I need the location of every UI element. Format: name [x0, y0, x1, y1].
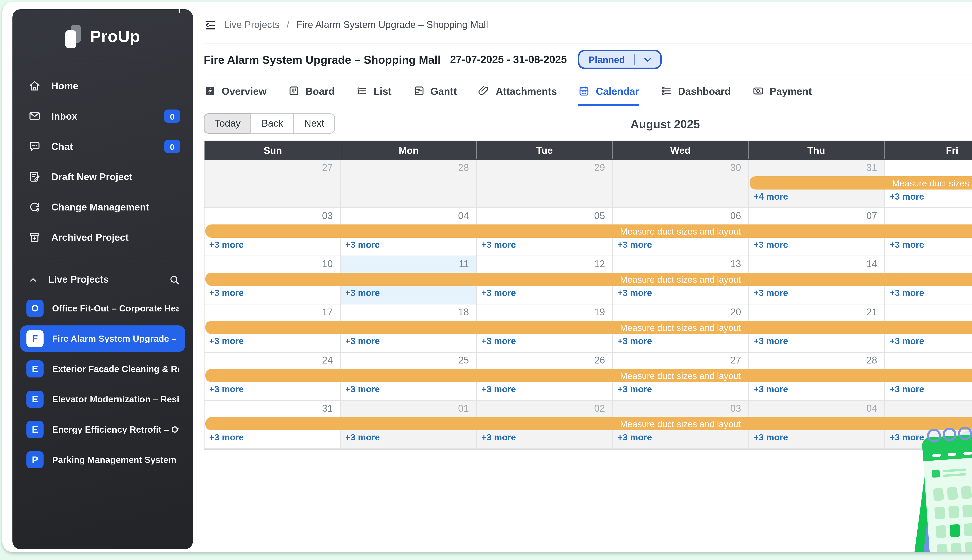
day-number: 21: [866, 307, 877, 318]
more-events-link[interactable]: +3 more: [209, 240, 244, 249]
breadcrumb-project[interactable]: Fire Alarm System Upgrade – Shopping Mal…: [296, 19, 488, 30]
tab-label: Payment: [770, 85, 812, 97]
more-events-link[interactable]: +3 more: [481, 240, 516, 249]
breadcrumb-live-projects[interactable]: Live Projects: [224, 19, 279, 30]
sidebar-item-home[interactable]: Home: [12, 71, 193, 101]
tab-label: Dashboard: [678, 85, 731, 97]
more-events-link[interactable]: +3 more: [890, 385, 924, 394]
sidebar-project-item[interactable]: EExterior Facade Cleaning & Repa...: [20, 356, 185, 382]
tab-list[interactable]: List: [356, 76, 392, 107]
sidebar-item-chat[interactable]: Chat0: [12, 131, 193, 162]
day-number: 30: [730, 162, 741, 173]
day-number: 05: [594, 210, 605, 222]
day-number: 13: [730, 258, 741, 270]
day-number: 18: [458, 307, 469, 318]
back-button[interactable]: Back: [251, 113, 294, 133]
tab-bar: Overview Board List Gantt Attachments Ca…: [204, 75, 972, 107]
weekday-header: Wed: [613, 142, 749, 159]
app-logo: ProUp: [12, 9, 193, 61]
today-button[interactable]: Today: [204, 113, 251, 133]
more-events-link[interactable]: +3 more: [617, 433, 652, 442]
calendar-grid: SunMonTueWedThuFriSat 2728293031+4 more0…: [204, 141, 972, 450]
more-events-link[interactable]: +3 more: [617, 240, 652, 249]
more-events-link[interactable]: +3 more: [345, 385, 380, 394]
calendar-week-row: 10+3 more11+3 more12+3 more13+3 more14+3…: [204, 256, 972, 305]
calendar-cell[interactable]: 28: [341, 160, 477, 208]
more-events-link[interactable]: +3 more: [345, 240, 380, 249]
more-events-link[interactable]: +3 more: [209, 385, 244, 394]
more-events-link[interactable]: +3 more: [753, 240, 788, 249]
more-events-link[interactable]: +3 more: [890, 433, 924, 442]
tab-board[interactable]: Board: [288, 76, 335, 107]
tab-dashboard[interactable]: Dashboard: [660, 76, 731, 107]
more-events-link[interactable]: +3 more: [481, 385, 516, 394]
more-events-link[interactable]: +3 more: [890, 192, 924, 201]
day-number: 07: [866, 210, 877, 222]
more-events-link[interactable]: +3 more: [481, 288, 516, 297]
more-events-link[interactable]: +3 more: [890, 336, 924, 346]
dashboard-icon: [660, 85, 673, 97]
chevron-down-icon: [643, 55, 652, 64]
event-bar[interactable]: Measure duct sizes and layout: [749, 176, 972, 190]
more-events-link[interactable]: +3 more: [890, 240, 924, 249]
calendar-cell[interactable]: 27: [204, 160, 341, 208]
more-events-link[interactable]: +3 more: [209, 288, 244, 297]
tab-payment[interactable]: Payment: [752, 76, 812, 107]
more-events-link[interactable]: +4 more: [753, 192, 788, 201]
count-badge: 0: [164, 110, 181, 123]
sidebar-item-change-management[interactable]: Change Management: [12, 192, 193, 222]
event-bar[interactable]: Measure duct sizes and layout: [205, 273, 972, 286]
sidebar-project-item[interactable]: EElevator Modernization – Reside...: [20, 386, 185, 412]
logo-icon: [65, 25, 82, 48]
weekday-header: Fri: [885, 142, 972, 159]
sidebar-item-archived-project[interactable]: Archived Project: [12, 222, 193, 252]
more-events-link[interactable]: +3 more: [345, 433, 380, 442]
more-events-link[interactable]: +3 more: [481, 336, 516, 346]
tab-overview[interactable]: Overview: [204, 76, 266, 107]
sidebar-project-item[interactable]: EEnergy Efficiency Retrofit – Offic...: [20, 416, 185, 443]
event-bar[interactable]: Measure duct sizes and layout: [205, 369, 972, 382]
more-events-link[interactable]: +3 more: [753, 288, 788, 297]
sidebar-item-draft-new-project[interactable]: Draft New Project: [12, 162, 193, 192]
event-bar[interactable]: Measure duct sizes and layout: [205, 417, 972, 430]
day-number: 28: [458, 162, 469, 173]
archive-icon: [28, 231, 41, 244]
more-events-link[interactable]: +3 more: [209, 336, 244, 346]
sidebar-project-item-selected[interactable]: FFire Alarm System Upgrade – Sh...: [20, 325, 185, 352]
project-label: Parking Management System In...: [52, 455, 179, 465]
tab-gantt[interactable]: Gantt: [413, 76, 457, 107]
day-number: 03: [730, 403, 741, 414]
sidebar-item-inbox[interactable]: Inbox0: [12, 101, 193, 131]
more-events-link[interactable]: +3 more: [209, 433, 244, 442]
tab-calendar[interactable]: Calendar: [578, 76, 639, 107]
page-title: Fire Alarm System Upgrade – Shopping Mal…: [204, 53, 441, 66]
more-events-link[interactable]: +3 more: [617, 288, 652, 297]
project-initial-tile: F: [27, 330, 43, 347]
more-events-link[interactable]: +3 more: [890, 288, 924, 297]
search-icon[interactable]: [169, 274, 181, 285]
project-initial-tile: E: [27, 421, 43, 438]
sidebar-project-item[interactable]: PParking Management System In...: [20, 447, 185, 473]
home-icon: [28, 79, 41, 92]
day-number: 02: [594, 403, 605, 414]
project-initial-tile: O: [27, 300, 43, 317]
calendar-cell[interactable]: 30: [613, 160, 749, 208]
event-bar[interactable]: Measure duct sizes and layout: [205, 321, 972, 334]
tab-attachments[interactable]: Attachments: [478, 76, 557, 107]
calendar-cell[interactable]: 29: [477, 160, 613, 208]
collapse-sidebar-icon[interactable]: [204, 18, 217, 32]
more-events-link[interactable]: +3 more: [753, 433, 788, 442]
more-events-link[interactable]: +3 more: [345, 288, 380, 297]
more-events-link[interactable]: +3 more: [345, 336, 380, 346]
event-bar[interactable]: Measure duct sizes and layout: [205, 225, 972, 238]
more-events-link[interactable]: +3 more: [753, 336, 788, 346]
more-events-link[interactable]: +3 more: [617, 336, 652, 346]
payment-icon: [752, 85, 764, 97]
calendar-icon: [578, 85, 591, 97]
sidebar-section-live-projects[interactable]: Live Projects: [12, 266, 193, 293]
sidebar-project-item[interactable]: OOffice Fit-Out – Corporate Head...: [20, 295, 185, 322]
more-events-link[interactable]: +3 more: [753, 385, 788, 394]
more-events-link[interactable]: +3 more: [617, 385, 652, 394]
status-dropdown[interactable]: Planned: [578, 50, 662, 69]
more-events-link[interactable]: +3 more: [481, 433, 516, 442]
